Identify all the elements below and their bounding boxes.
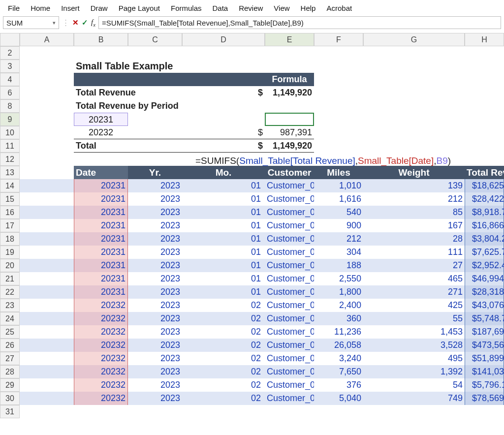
cell[interactable] xyxy=(314,99,504,113)
cell-yr[interactable]: 2023 xyxy=(128,339,182,352)
cell[interactable] xyxy=(314,113,504,126)
cell-weight[interactable]: 3,528 xyxy=(363,339,465,352)
cell-yr[interactable]: 2023 xyxy=(128,259,182,272)
cell-date[interactable]: 20232 xyxy=(74,352,128,365)
cell[interactable] xyxy=(20,46,504,60)
cell-mo[interactable]: 02 xyxy=(182,352,265,365)
cell-mo[interactable]: 01 xyxy=(182,246,265,259)
cell-mo[interactable]: 02 xyxy=(182,312,265,325)
spreadsheet-grid[interactable]: A B C D E F G H 2 3 Small Table Example … xyxy=(0,33,504,418)
cell-yr[interactable]: 2023 xyxy=(128,352,182,365)
cell-revenue[interactable]: $7,625.79 xyxy=(465,246,504,259)
col-hdr-E[interactable]: E xyxy=(265,33,314,46)
cell-weight[interactable]: 749 xyxy=(363,392,465,405)
cell[interactable] xyxy=(128,126,182,139)
row-hdr[interactable]: 17 xyxy=(0,219,20,232)
cell[interactable] xyxy=(314,73,504,86)
cell-revenue[interactable]: $141,039.40 xyxy=(465,365,504,378)
cell-revenue[interactable]: $2,952.47 xyxy=(465,259,504,272)
cell[interactable] xyxy=(20,392,74,405)
menu-help[interactable]: Help xyxy=(301,4,316,12)
cell-cust[interactable]: Customer_0001 xyxy=(265,392,314,405)
row-hdr[interactable]: 26 xyxy=(0,339,20,352)
cell[interactable] xyxy=(314,126,504,139)
cell-yr[interactable]: 2023 xyxy=(128,179,182,192)
cell[interactable] xyxy=(20,405,504,418)
row-hdr[interactable]: 4 xyxy=(0,73,20,86)
cell[interactable] xyxy=(20,339,74,352)
cell-date[interactable]: 20231 xyxy=(74,272,128,285)
cell[interactable] xyxy=(314,86,504,99)
cell-mo[interactable]: 02 xyxy=(182,325,265,339)
cell[interactable] xyxy=(20,325,74,339)
row-hdr[interactable]: 27 xyxy=(0,352,20,365)
cell-revenue[interactable]: $18,625.71 xyxy=(465,179,504,192)
cell-yr[interactable]: 2023 xyxy=(128,285,182,299)
tbl-hdr-yr[interactable]: Yr. xyxy=(128,166,182,179)
cell-miles[interactable]: 540 xyxy=(314,206,363,219)
name-box[interactable]: SUM ▾ xyxy=(3,16,59,29)
row-hdr[interactable]: 14 xyxy=(0,179,20,192)
tbl-hdr-date[interactable]: Date xyxy=(74,166,128,179)
cell[interactable] xyxy=(20,192,74,206)
cell-mo[interactable]: 01 xyxy=(182,285,265,299)
cell-mo[interactable]: 01 xyxy=(182,272,265,285)
cell-date[interactable]: 20231 xyxy=(74,219,128,232)
cell-B10[interactable]: 20232 xyxy=(74,126,128,139)
menu-acrobat[interactable]: Acrobat xyxy=(326,4,352,12)
confirm-icon[interactable]: ✓ xyxy=(82,18,88,27)
cell-revenue[interactable]: $5,748.76 xyxy=(465,312,504,325)
cell[interactable] xyxy=(20,60,74,73)
cell-revenue[interactable]: $51,899.80 xyxy=(465,352,504,365)
col-hdr-F[interactable]: F xyxy=(314,33,363,46)
cell-mo[interactable]: 02 xyxy=(182,339,265,352)
row-hdr[interactable]: 19 xyxy=(0,246,20,259)
cell-cust[interactable]: Customer_0001 xyxy=(265,365,314,378)
cell[interactable] xyxy=(20,378,74,392)
cell-miles[interactable]: 1,800 xyxy=(314,285,363,299)
row-hdr[interactable]: 31 xyxy=(0,405,20,418)
cell-weight[interactable]: 111 xyxy=(363,246,465,259)
cell-date[interactable]: 20232 xyxy=(74,325,128,339)
row-hdr[interactable]: 2 xyxy=(0,46,20,60)
menu-data[interactable]: Data xyxy=(212,4,228,12)
cell[interactable] xyxy=(20,285,74,299)
cell-weight[interactable]: 139 xyxy=(363,179,465,192)
row-hdr[interactable]: 30 xyxy=(0,392,20,405)
cell-weight[interactable]: 1,453 xyxy=(363,325,465,339)
cell-weight[interactable]: 425 xyxy=(363,299,465,312)
cell-miles[interactable]: 304 xyxy=(314,246,363,259)
cell-date[interactable]: 20232 xyxy=(74,339,128,352)
cell[interactable] xyxy=(314,139,504,153)
row-hdr[interactable]: 16 xyxy=(0,206,20,219)
cell-E10[interactable]: 987,391 xyxy=(265,126,314,139)
cell[interactable] xyxy=(20,206,74,219)
cell-cust[interactable]: Customer_0001 xyxy=(265,285,314,299)
cell-mo[interactable]: 02 xyxy=(182,299,265,312)
cell[interactable] xyxy=(20,179,74,192)
cell-weight[interactable]: 212 xyxy=(363,192,465,206)
cell-yr[interactable]: 2023 xyxy=(128,206,182,219)
row-hdr[interactable]: 15 xyxy=(0,192,20,206)
cell-weight[interactable]: 27 xyxy=(363,259,465,272)
chevron-down-icon[interactable]: ▾ xyxy=(53,20,56,26)
cell-revenue[interactable]: $187,698.70 xyxy=(465,325,504,339)
cancel-icon[interactable]: ✕ xyxy=(72,18,79,27)
cell-revenue[interactable]: $46,994.87 xyxy=(465,272,504,285)
cell-miles[interactable]: 1,616 xyxy=(314,192,363,206)
tbl-hdr-weight[interactable]: Weight xyxy=(363,166,465,179)
row-hdr[interactable]: 24 xyxy=(0,312,20,325)
cell[interactable] xyxy=(20,272,74,285)
cell-mo[interactable]: 02 xyxy=(182,378,265,392)
menu-review[interactable]: Review xyxy=(239,4,263,12)
cell-yr[interactable]: 2023 xyxy=(128,192,182,206)
cell-miles[interactable]: 5,040 xyxy=(314,392,363,405)
cell[interactable] xyxy=(20,232,74,246)
cell-weight[interactable]: 54 xyxy=(363,378,465,392)
cell-revenue[interactable]: $16,866.06 xyxy=(465,219,504,232)
cell-weight[interactable]: 55 xyxy=(363,312,465,325)
cell-mo[interactable]: 01 xyxy=(182,179,265,192)
tbl-hdr-cust[interactable]: Customer xyxy=(265,166,314,179)
col-hdr-B[interactable]: B xyxy=(74,33,128,46)
cell-cust[interactable]: Customer_0001 xyxy=(265,192,314,206)
